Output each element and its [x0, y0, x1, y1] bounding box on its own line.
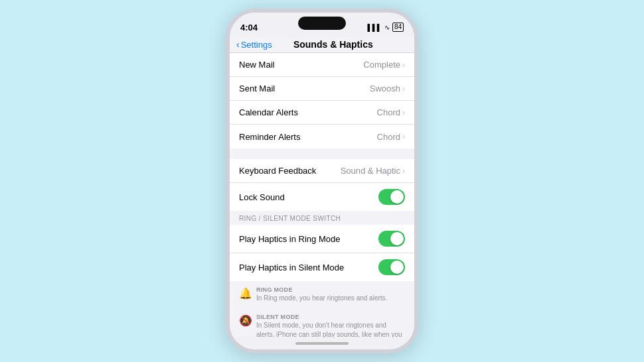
calendar-alerts-label: Calendar Alerts — [239, 107, 298, 117]
back-label: Settings — [241, 40, 272, 50]
silent-mode-desc: In Silent mode, you don't hear ringtones… — [256, 321, 405, 337]
reminder-alerts-row[interactable]: Reminder Alerts Chord › — [230, 125, 414, 149]
reminder-alerts-label: Reminder Alerts — [239, 132, 300, 142]
sent-mail-value: Swoosh › — [370, 84, 405, 93]
sent-mail-row[interactable]: Sent Mail Swoosh › — [230, 77, 414, 101]
haptics-ring-toggle[interactable] — [378, 231, 405, 247]
new-mail-row[interactable]: New Mail Complete › — [230, 53, 414, 77]
dynamic-island — [298, 17, 346, 30]
home-bar — [295, 342, 349, 345]
haptics-silent-row[interactable]: Play Haptics in Silent Mode — [230, 253, 414, 281]
keyboard-feedback-value: Sound & Haptic › — [341, 166, 405, 176]
calendar-alerts-row[interactable]: Calendar Alerts Chord › — [230, 101, 414, 125]
haptics-ring-label: Play Haptics in Ring Mode — [239, 234, 340, 244]
ring-silent-section-label: Ring / Silent Mode Switch — [230, 211, 414, 225]
status-time: 4:04 — [240, 23, 258, 32]
home-indicator — [230, 337, 414, 349]
bell-icon: 🔔 — [239, 287, 251, 300]
ring-mode-title: Ring Mode — [256, 286, 405, 293]
silent-mode-info: 🔕 Silent Mode In Silent mode, you don't … — [230, 308, 414, 337]
keyboard-feedback-row[interactable]: Keyboard Feedback Sound & Haptic › — [230, 159, 414, 183]
haptics-silent-label: Play Haptics in Silent Mode — [239, 263, 344, 272]
page-title: Sounds & Haptics — [272, 39, 394, 50]
sent-mail-label: Sent Mail — [239, 84, 275, 93]
lock-sound-row[interactable]: Lock Sound — [230, 183, 414, 211]
sent-mail-chevron-icon: › — [402, 84, 405, 93]
feedback-group: Keyboard Feedback Sound & Haptic › Lock … — [230, 159, 414, 211]
back-chevron-icon: ‹ — [236, 39, 240, 50]
haptics-silent-toggle-knob — [390, 261, 404, 274]
volume-down-button[interactable] — [226, 125, 227, 154]
lock-sound-label: Lock Sound — [239, 192, 285, 202]
silent-mode-title: Silent Mode — [256, 314, 405, 320]
signal-icon: ▌▌▌ — [368, 24, 382, 31]
status-icons: ▌▌▌ ∿ 84 — [368, 23, 404, 32]
keyboard-feedback-label: Keyboard Feedback — [239, 166, 316, 176]
navigation-bar: ‹ Settings Sounds & Haptics — [230, 36, 414, 53]
haptics-group: Play Haptics in Ring Mode Play Haptics i… — [230, 225, 414, 281]
new-mail-label: New Mail — [239, 60, 274, 70]
back-button[interactable]: ‹ Settings — [236, 39, 272, 50]
power-button[interactable] — [417, 99, 418, 139]
settings-scroll[interactable]: New Mail Complete › Sent Mail Swoosh › C… — [230, 53, 414, 337]
haptics-ring-row[interactable]: Play Haptics in Ring Mode — [230, 225, 414, 253]
mute-bell-icon: 🔕 — [239, 314, 251, 327]
new-mail-value: Complete › — [363, 60, 405, 70]
reminder-alerts-value: Chord › — [377, 132, 405, 142]
silent-switch[interactable] — [226, 66, 227, 84]
ring-mode-info: 🔔 Ring Mode In Ring mode, you hear ringt… — [230, 281, 414, 308]
volume-up-button[interactable] — [226, 91, 227, 120]
lock-sound-toggle-knob — [390, 190, 404, 204]
reminder-alerts-chevron-icon: › — [402, 132, 405, 141]
ring-mode-desc: In Ring mode, you hear ringtones and ale… — [256, 294, 405, 303]
new-mail-chevron-icon: › — [402, 60, 405, 70]
haptics-silent-toggle[interactable] — [378, 259, 405, 275]
calendar-alerts-value: Chord › — [377, 107, 405, 117]
alert-sounds-group: New Mail Complete › Sent Mail Swoosh › C… — [230, 53, 414, 149]
calendar-alerts-chevron-icon: › — [402, 108, 405, 117]
wifi-icon: ∿ — [384, 24, 390, 31]
haptics-ring-toggle-knob — [390, 232, 404, 245]
keyboard-feedback-chevron-icon: › — [402, 166, 405, 176]
lock-sound-toggle[interactable] — [378, 189, 405, 205]
battery-icon: 84 — [392, 23, 404, 32]
phone-shell: 4:04 ▌▌▌ ∿ 84 ‹ Settings Sounds & Haptic… — [226, 9, 418, 353]
